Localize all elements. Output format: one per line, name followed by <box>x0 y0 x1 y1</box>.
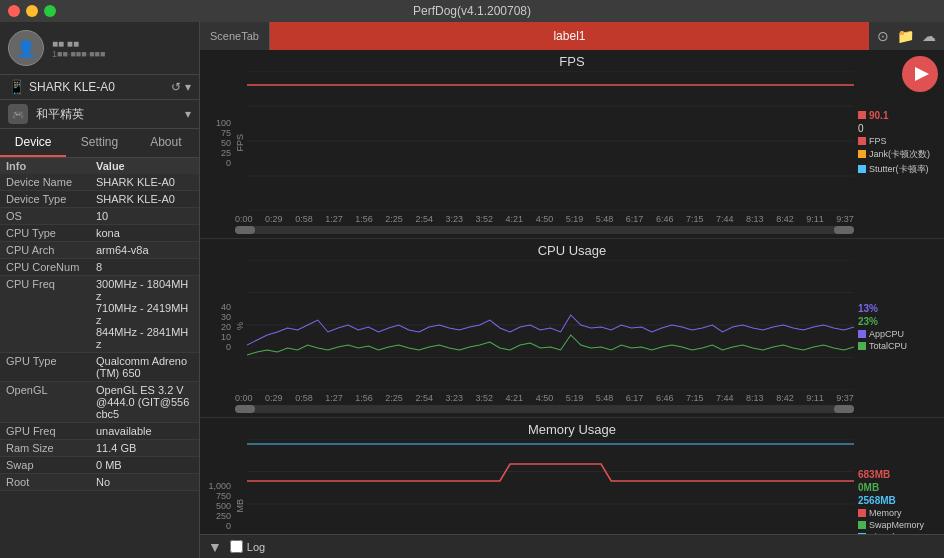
fps-legend-fps-label: FPS <box>858 136 944 146</box>
table-row: Device TypeSHARK KLE-A0 <box>0 191 199 208</box>
folder-icon[interactable]: 📁 <box>897 28 914 44</box>
play-button[interactable] <box>902 56 938 92</box>
log-checkbox[interactable] <box>230 540 243 553</box>
titlebar: PerfDog(v4.1.200708) <box>0 0 944 22</box>
close-button[interactable] <box>8 5 20 17</box>
memory-legend: 683MB 0MB 2568MB Memory <box>854 439 944 534</box>
info-key: Ram Size <box>6 442 96 454</box>
xaxis-label: 3:52 <box>476 393 494 403</box>
memory-yaxis: 1,000 750 500 250 0 <box>200 481 235 531</box>
swap-dot <box>858 521 866 529</box>
scene-active-tab[interactable]: label1 <box>270 22 869 50</box>
tab-setting[interactable]: Setting <box>66 129 132 157</box>
info-val: 8 <box>96 261 193 273</box>
device-dropdown-icon[interactable]: ▾ <box>185 80 191 94</box>
device-selector[interactable]: 📱 SHARK KLE-A0 ↺ ▾ <box>0 75 199 100</box>
cpu-yaxis-30: 30 <box>221 312 231 322</box>
info-key: OpenGL <box>6 384 96 420</box>
fps-yaxis-0: 0 <box>226 158 231 168</box>
cpu-scrollbar-right[interactable] <box>834 405 854 413</box>
info-val: 300MHz - 1804MHz 710MHz - 2419MHz 844MHz… <box>96 278 193 350</box>
xaxis-label: 2:54 <box>415 393 433 403</box>
info-key: OS <box>6 210 96 222</box>
memory-label: Memory <box>869 508 902 518</box>
cpu-yaxis-10: 10 <box>221 332 231 342</box>
xaxis-label: 5:19 <box>566 393 584 403</box>
app-icon: 🎮 <box>8 104 28 124</box>
app-name: 和平精英 <box>32 106 181 123</box>
xaxis-label: 9:11 <box>806 393 824 403</box>
traffic-lights <box>8 5 56 17</box>
cpu-chart-inner: 40 30 20 10 0 % <box>200 260 944 393</box>
app-cpu-value: 13% <box>858 303 878 314</box>
mem-yaxis-500: 500 <box>216 501 231 511</box>
xaxis-label: 1:27 <box>325 393 343 403</box>
xaxis-label: 7:15 <box>686 214 704 224</box>
cpu-legend-app-label: AppCPU <box>858 329 944 339</box>
xaxis-label: 4:21 <box>506 393 524 403</box>
fps-chart-title: FPS <box>200 54 944 69</box>
fps-scrollbar-thumb[interactable] <box>235 226 255 234</box>
virtual-dot <box>858 533 866 534</box>
fps-scrollbar-thumb-right[interactable] <box>834 226 854 234</box>
cpu-yaxis-20: 20 <box>221 322 231 332</box>
tab-device[interactable]: Device <box>0 129 66 157</box>
bottom-bar: ▼ Log <box>200 534 944 558</box>
xaxis-label: 6:17 <box>626 393 644 403</box>
fps-legend-jank: Jank(卡顿次数) <box>858 148 944 161</box>
profile-id: 1■■·■■■·■■■ <box>52 49 106 59</box>
info-val: SHARK KLE-A0 <box>96 176 193 188</box>
fps-svg-wrap <box>247 71 854 214</box>
device-refresh-icon[interactable]: ↺ <box>171 80 181 94</box>
cpu-yaxis-unit: % <box>235 322 245 330</box>
totalcpu-label: TotalCPU <box>869 341 907 351</box>
memory-label-mem: Memory <box>858 508 944 518</box>
mem-yaxis-1000: 1,000 <box>208 481 231 491</box>
cpu-yaxis-0: 0 <box>226 342 231 352</box>
cloud-icon[interactable]: ☁ <box>922 28 936 44</box>
fps-chart-inner: 100 75 50 25 0 FPS <box>200 71 944 214</box>
fps-yaxis-75: 75 <box>221 128 231 138</box>
memory-value: 683MB <box>858 469 890 480</box>
table-row: CPU CoreNum8 <box>0 259 199 276</box>
device-icon: 📱 <box>8 79 25 95</box>
profile-info: ■■ ■■ 1■■·■■■·■■■ <box>52 38 106 59</box>
xaxis-label: 3:23 <box>445 393 463 403</box>
log-checkbox-group[interactable]: Log <box>230 540 265 553</box>
fps-value: 90.1 <box>869 110 888 121</box>
fps-yaxis-100: 100 <box>216 118 231 128</box>
info-key: CPU Type <box>6 227 96 239</box>
cpu-legend-app: 13% <box>858 303 944 314</box>
minimize-button[interactable] <box>26 5 38 17</box>
device-name: SHARK KLE-A0 <box>29 80 167 94</box>
appcpu-dot <box>858 330 866 338</box>
cpu-scrollbar[interactable] <box>235 405 854 413</box>
maximize-button[interactable] <box>44 5 56 17</box>
info-key: Root <box>6 476 96 488</box>
xaxis-label: 8:13 <box>746 214 764 224</box>
app-dropdown-icon[interactable]: ▾ <box>185 107 191 121</box>
xaxis-label: 0:58 <box>295 393 313 403</box>
fps-yaxis-50: 50 <box>221 138 231 148</box>
cpu-scrollbar-left[interactable] <box>235 405 255 413</box>
cpu-yaxis-40: 40 <box>221 302 231 312</box>
fps-svg <box>247 71 854 211</box>
fps-scrollbar[interactable] <box>235 226 854 234</box>
tab-about[interactable]: About <box>133 129 199 157</box>
bottom-arrow-button[interactable]: ▼ <box>208 539 222 555</box>
app-selector[interactable]: 🎮 和平精英 ▾ <box>0 100 199 129</box>
info-col-val: Value <box>96 160 193 172</box>
xaxis-label: 5:19 <box>566 214 584 224</box>
virtual-value: 2568MB <box>858 495 896 506</box>
fps-yaxis-unit: FPS <box>235 134 245 152</box>
fps-yaxis-25: 25 <box>221 148 231 158</box>
fps-chart: FPS 100 75 50 25 0 FPS <box>200 50 944 239</box>
xaxis-label: 6:46 <box>656 393 674 403</box>
info-key: CPU Arch <box>6 244 96 256</box>
info-rows: Device NameSHARK KLE-A0Device TypeSHARK … <box>0 174 199 491</box>
fps-yaxis: 100 75 50 25 0 <box>200 118 235 168</box>
scene-tab-bar: SceneTab label1 ⊙ 📁 ☁ <box>200 22 944 50</box>
memory-yaxis-unit: MB <box>235 499 245 513</box>
location-icon[interactable]: ⊙ <box>877 28 889 44</box>
memory-chart-title: Memory Usage <box>200 422 944 437</box>
